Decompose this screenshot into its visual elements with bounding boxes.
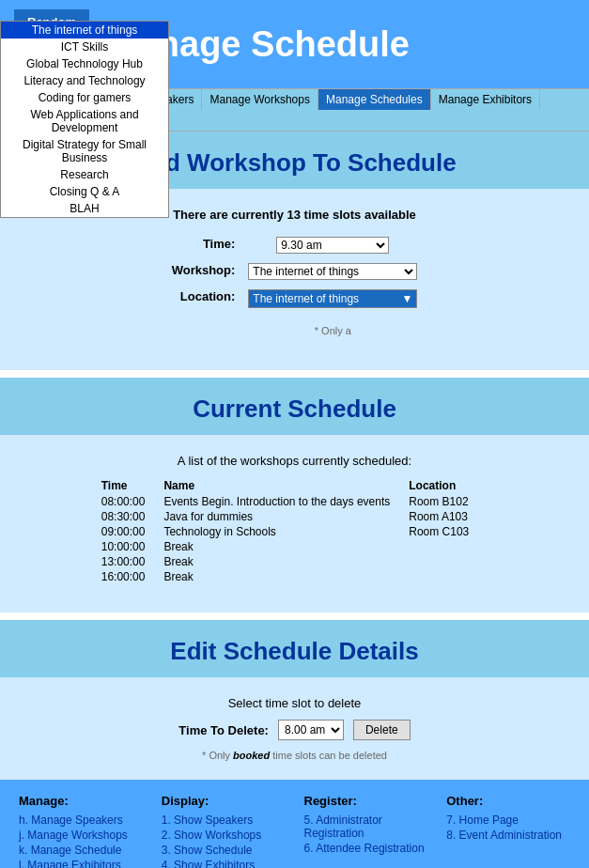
location-option-1[interactable]: ICT Skills: [1, 39, 168, 55]
footer-link[interactable]: 2. Show Workshops: [162, 829, 286, 842]
location-options-list: The internet of things ICT Skills Global…: [0, 21, 169, 218]
current-section-content: A list of the workshops currently schedu…: [0, 435, 589, 612]
cell-time: 10:00:00: [101, 539, 164, 554]
location-option-2[interactable]: Global Technology Hub: [1, 55, 168, 72]
add-note: * Only a: [248, 325, 417, 336]
cell-name: Break: [163, 539, 409, 554]
footer-link[interactable]: 6. Attendee Registration: [304, 842, 428, 855]
delete-note-text1: * Only: [202, 750, 233, 761]
footer-display: Display: 1. Show Speakers2. Show Worksho…: [162, 794, 286, 868]
slot-info-text1: There are currently: [173, 208, 287, 222]
slot-count: 13: [287, 208, 301, 222]
footer-display-links: 1. Show Speakers2. Show Workshops3. Show…: [162, 814, 286, 868]
footer-other-links: 7. Home Page8. Event Administration: [446, 814, 570, 842]
footer-link[interactable]: 5. Administrator Registration: [304, 814, 428, 840]
footer-link[interactable]: k. Manage Schedule: [19, 844, 143, 857]
col-time: Time: [101, 477, 164, 494]
location-selected: The internet of things: [253, 292, 359, 305]
cell-location: Room A103: [409, 509, 488, 524]
location-option-0[interactable]: The internet of things: [1, 22, 168, 39]
footer-link[interactable]: 7. Home Page: [446, 814, 570, 827]
table-row: 16:00:00Break: [101, 569, 488, 584]
location-option-7[interactable]: Research: [1, 166, 168, 183]
table-row: 13:00:00Break: [101, 554, 488, 569]
table-row: 09:00:00Technology in SchoolsRoom C103: [101, 524, 488, 539]
edit-section-content: Select time slot to delete Time To Delet…: [0, 677, 589, 780]
cell-time: 09:00:00: [101, 524, 164, 539]
nav-manage-schedules[interactable]: Manage Schedules: [318, 89, 431, 110]
footer: Manage: h. Manage Speakersj. Manage Work…: [0, 780, 589, 868]
location-option-5[interactable]: Web Applications and Development: [1, 106, 168, 136]
time-label: Time:: [166, 233, 241, 257]
footer-link[interactable]: 3. Show Schedule: [162, 844, 286, 857]
footer-link[interactable]: 1. Show Speakers: [162, 814, 286, 827]
footer-other-label: Other:: [446, 794, 570, 808]
cell-name: Break: [163, 554, 409, 569]
workshop-dropdown-container: The internet of things: [248, 263, 417, 280]
time-select[interactable]: 9.30 am: [276, 237, 389, 254]
footer-link[interactable]: l. Manage Exhibitors: [19, 859, 143, 868]
location-dropdown-open: The internet of things ▼ The internet of…: [248, 289, 417, 308]
edit-section-title: Edit Schedule Details: [0, 637, 589, 666]
cell-location: [409, 569, 488, 584]
location-label: Location:: [166, 286, 241, 312]
delete-note-text2: time slots can be deleted: [270, 750, 387, 761]
add-form: Time: 9.30 am Workshop: The internet of …: [164, 231, 426, 342]
location-option-6[interactable]: Digital Strategy for Small Business: [1, 136, 168, 166]
footer-link[interactable]: h. Manage Speakers: [19, 814, 143, 827]
current-section-header: Current Schedule: [0, 378, 589, 435]
delete-row: Time To Delete: 8.00 am Delete: [19, 720, 570, 740]
table-row: 10:00:00Break: [101, 539, 488, 554]
cell-time: 08:30:00: [101, 509, 164, 524]
cell-location: [409, 554, 488, 569]
time-to-delete-label: Time To Delete:: [178, 723, 269, 737]
location-option-8[interactable]: Closing Q & A: [1, 183, 168, 200]
footer-display-label: Display:: [162, 794, 286, 808]
current-subtitle: A list of the workshops currently schedu…: [19, 454, 570, 468]
location-option-3[interactable]: Literacy and Technology: [1, 72, 168, 89]
edit-select-label: Select time slot to delete: [19, 696, 570, 710]
cell-location: [409, 539, 488, 554]
cell-time: 16:00:00: [101, 569, 164, 584]
current-section-title: Current Schedule: [0, 395, 589, 424]
cell-name: Break: [163, 569, 409, 584]
dropdown-arrow: ▼: [401, 292, 412, 305]
footer-other: Other: 7. Home Page8. Event Administrati…: [446, 794, 570, 868]
cell-name: Technology in Schools: [163, 524, 409, 539]
divider-2: [0, 612, 589, 620]
schedule-table: Time Name Location 08:00:00Events Begin.…: [101, 477, 488, 584]
cell-time: 08:00:00: [101, 494, 164, 509]
workshop-label: Workshop:: [166, 259, 241, 284]
cell-time: 13:00:00: [101, 554, 164, 569]
delete-button[interactable]: Delete: [353, 720, 411, 740]
location-option-9[interactable]: BLAH: [1, 200, 168, 217]
footer-link[interactable]: 4. Show Exhibitors: [162, 859, 286, 868]
footer-manage-links: h. Manage Speakersj. Manage Workshopsk. …: [19, 814, 143, 868]
cell-location: Room B102: [409, 494, 488, 509]
cell-location: Room C103: [409, 524, 488, 539]
add-section-content: There are currently 13 time slots availa…: [0, 189, 589, 370]
footer-register: Register: 5. Administrator Registration6…: [304, 794, 428, 868]
delete-note-bold: booked: [233, 750, 270, 761]
table-row: 08:30:00Java for dummiesRoom A103: [101, 509, 488, 524]
time-to-delete-select[interactable]: 8.00 am: [278, 720, 344, 740]
cell-name: Events Begin. Introduction to the days e…: [163, 494, 409, 509]
footer-manage-label: Manage:: [19, 794, 143, 808]
footer-link[interactable]: j. Manage Workshops: [19, 829, 143, 842]
cell-name: Java for dummies: [163, 509, 409, 524]
col-name: Name: [163, 477, 409, 494]
table-row: 08:00:00Events Begin. Introduction to th…: [101, 494, 488, 509]
slot-info-text2: time slots available: [301, 208, 416, 222]
location-option-4[interactable]: Coding for gamers: [1, 89, 168, 106]
workshop-select[interactable]: The internet of things: [248, 263, 417, 280]
edit-section-header: Edit Schedule Details: [0, 620, 589, 677]
nav-manage-workshops[interactable]: Manage Workshops: [202, 89, 318, 110]
footer-link[interactable]: 8. Event Administration: [446, 829, 570, 842]
divider-1: [0, 370, 589, 378]
footer-register-label: Register:: [304, 794, 428, 808]
col-location: Location: [409, 477, 488, 494]
nav-manage-exhibitors[interactable]: Manage Exhibitors: [431, 89, 540, 110]
footer-manage: Manage: h. Manage Speakersj. Manage Work…: [19, 794, 143, 868]
delete-note: * Only booked time slots can be deleted: [19, 750, 570, 761]
footer-register-links: 5. Administrator Registration6. Attendee…: [304, 814, 428, 855]
